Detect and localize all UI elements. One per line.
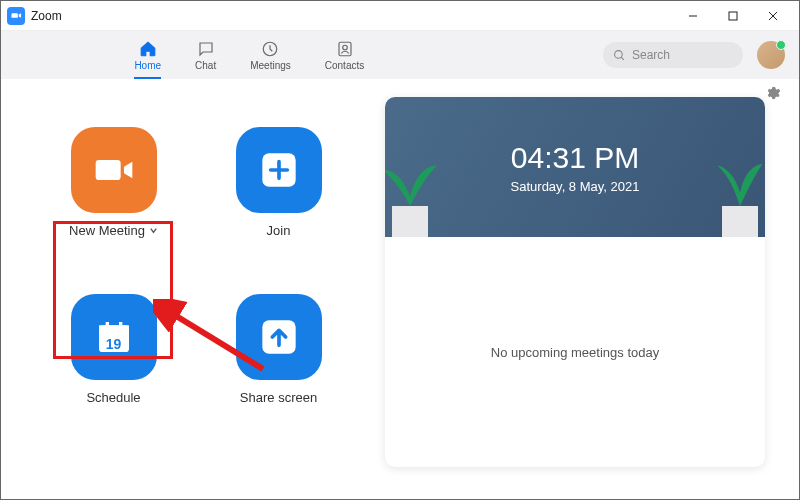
clock-time: 04:31 PM xyxy=(511,141,639,175)
tab-home-label: Home xyxy=(134,60,161,71)
plus-icon xyxy=(259,150,299,190)
window-controls xyxy=(673,2,793,30)
tab-meetings-label: Meetings xyxy=(250,60,291,71)
zoom-app-icon xyxy=(7,7,25,25)
clock-banner: 04:31 PM Saturday, 8 May, 2021 xyxy=(385,97,765,237)
schedule-tile[interactable]: 19 Schedule xyxy=(51,294,176,405)
tab-contacts[interactable]: Contacts xyxy=(325,40,364,71)
window-titlebar: Zoom xyxy=(1,1,799,31)
chevron-down-icon xyxy=(149,223,158,238)
content-area: New Meeting Join 19 Schedule xyxy=(1,79,799,499)
calendar-panel: 04:31 PM Saturday, 8 May, 2021 No upcomi… xyxy=(381,97,779,499)
join-tile[interactable]: Join xyxy=(216,127,341,238)
meetings-empty-text: No upcoming meetings today xyxy=(491,345,659,360)
new-meeting-label: New Meeting xyxy=(69,223,145,238)
svg-rect-11 xyxy=(99,325,129,333)
tab-home[interactable]: Home xyxy=(134,40,161,71)
search-placeholder: Search xyxy=(632,48,670,62)
maximize-button[interactable] xyxy=(713,2,753,30)
svg-line-8 xyxy=(621,57,624,60)
minimize-button[interactable] xyxy=(673,2,713,30)
share-screen-tile[interactable]: Share screen xyxy=(216,294,341,405)
calendar-day-number: 19 xyxy=(71,336,157,352)
tab-chat-label: Chat xyxy=(195,60,216,71)
plant-decoration-icon xyxy=(695,133,765,237)
close-button[interactable] xyxy=(753,2,793,30)
window-title: Zoom xyxy=(31,9,62,23)
join-button[interactable] xyxy=(236,127,322,213)
search-input[interactable]: Search xyxy=(603,42,743,68)
settings-button[interactable] xyxy=(765,85,781,105)
nav-tabs: Home Chat Meetings Contacts xyxy=(134,40,364,71)
action-tiles-panel: New Meeting Join 19 Schedule xyxy=(21,97,381,499)
svg-rect-16 xyxy=(722,206,758,237)
new-meeting-button[interactable] xyxy=(71,127,157,213)
plant-decoration-icon xyxy=(385,133,455,237)
schedule-label: Schedule xyxy=(86,390,140,405)
profile-avatar[interactable] xyxy=(757,41,785,69)
schedule-button[interactable]: 19 xyxy=(71,294,157,380)
clock-date: Saturday, 8 May, 2021 xyxy=(511,179,640,194)
share-screen-button[interactable] xyxy=(236,294,322,380)
tab-meetings[interactable]: Meetings xyxy=(250,40,291,71)
share-arrow-up-icon xyxy=(259,317,299,357)
join-label: Join xyxy=(267,223,291,238)
gear-icon xyxy=(765,85,781,101)
share-screen-label: Share screen xyxy=(240,390,317,405)
svg-rect-1 xyxy=(729,12,737,20)
svg-rect-5 xyxy=(339,42,351,56)
new-meeting-label-row[interactable]: New Meeting xyxy=(69,223,158,238)
svg-point-7 xyxy=(615,50,623,58)
tab-chat[interactable]: Chat xyxy=(195,40,216,71)
main-navbar: Home Chat Meetings Contacts Search xyxy=(1,31,799,79)
new-meeting-tile[interactable]: New Meeting xyxy=(51,127,176,238)
svg-point-6 xyxy=(342,45,347,50)
calendar-card: 04:31 PM Saturday, 8 May, 2021 No upcomi… xyxy=(385,97,765,467)
tab-contacts-label: Contacts xyxy=(325,60,364,71)
search-icon xyxy=(613,49,626,62)
video-camera-icon xyxy=(94,150,134,190)
svg-rect-15 xyxy=(392,206,428,237)
meetings-empty-state: No upcoming meetings today xyxy=(385,237,765,467)
